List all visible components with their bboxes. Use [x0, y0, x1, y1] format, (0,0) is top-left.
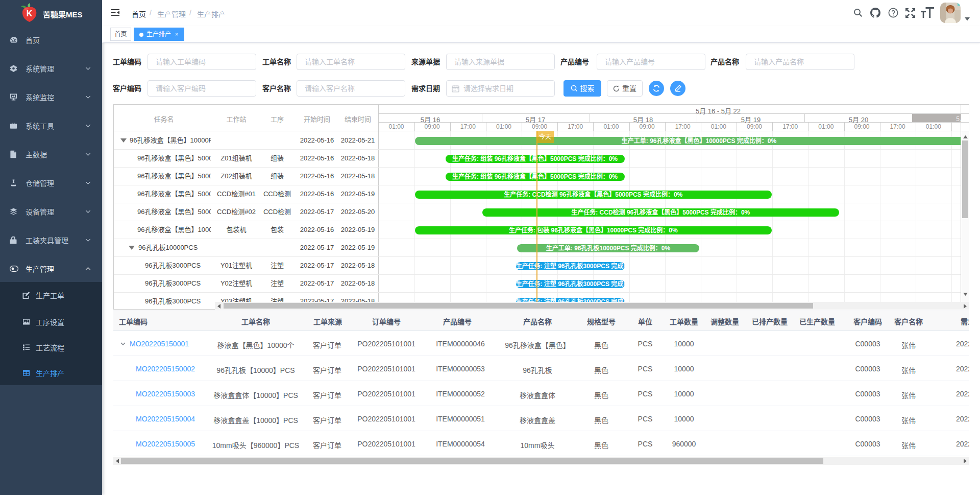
svg-text:K: K [27, 9, 33, 18]
